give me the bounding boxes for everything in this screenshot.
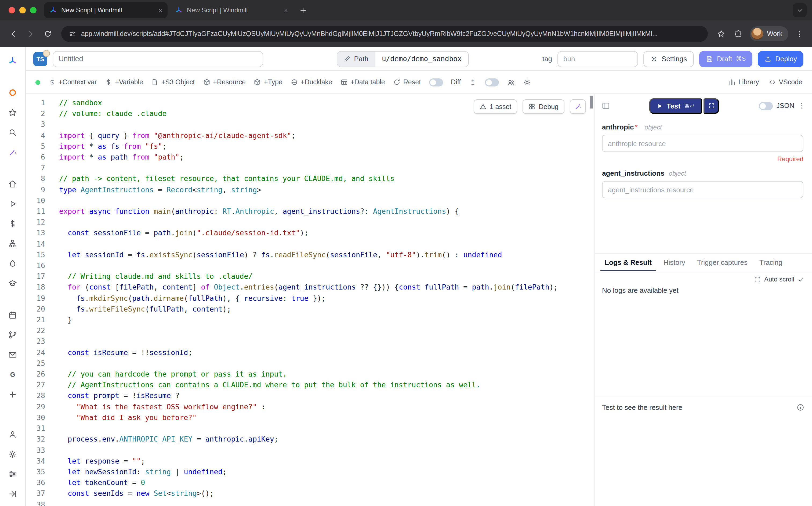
close-tab-icon[interactable] bbox=[283, 7, 289, 13]
code-editor[interactable]: 1// sandbox2// volume: claude .claude34i… bbox=[26, 94, 595, 506]
json-toggle[interactable] bbox=[758, 102, 773, 110]
close-tab-icon[interactable] bbox=[157, 7, 163, 13]
site-settings-icon[interactable] bbox=[69, 30, 76, 37]
sidebar-item-add[interactable] bbox=[3, 385, 22, 403]
sidebar-item-instance-settings[interactable] bbox=[3, 465, 22, 483]
code-line-24[interactable]: 24 const isResume = !!sessionId; bbox=[26, 347, 595, 358]
code-line-29[interactable]: 29 "What is the fastest OSS workflow eng… bbox=[26, 402, 595, 412]
reload-button[interactable] bbox=[40, 26, 56, 42]
sidebar-item-learn[interactable] bbox=[3, 274, 22, 292]
code-line-34[interactable]: 34 let response = ""; bbox=[26, 456, 595, 467]
code-line-38[interactable]: 38 bbox=[26, 499, 595, 506]
sidebar-item-resources[interactable] bbox=[3, 234, 22, 252]
panel-menu-icon[interactable] bbox=[798, 102, 806, 109]
close-window-button[interactable] bbox=[9, 7, 15, 13]
assets-button[interactable]: 1 asset bbox=[474, 99, 518, 114]
code-line-13[interactable]: 13 const sessionFile = path.join(".claud… bbox=[26, 228, 595, 239]
tab-search-button[interactable] bbox=[793, 3, 807, 17]
sidebar-item-flows[interactable] bbox=[3, 326, 22, 344]
vscode-button[interactable]: VScode bbox=[769, 78, 802, 86]
new-tab-button[interactable] bbox=[295, 3, 310, 18]
code-line-31[interactable]: 31 bbox=[26, 423, 595, 434]
tag-input[interactable] bbox=[557, 51, 638, 67]
sidebar-item-home[interactable] bbox=[3, 175, 22, 193]
back-button[interactable] bbox=[5, 26, 21, 42]
zoom-window-button[interactable] bbox=[30, 7, 36, 13]
macos-traffic-lights[interactable] bbox=[5, 7, 44, 13]
tab-logs-result[interactable]: Logs & Result bbox=[601, 254, 656, 271]
editor-settings-icon[interactable] bbox=[523, 78, 531, 86]
toolbar-item-variable[interactable]: +Variable bbox=[105, 78, 143, 86]
sidebar-item-favorites[interactable] bbox=[3, 103, 22, 121]
sidebar-item-settings[interactable] bbox=[3, 445, 22, 463]
info-icon[interactable] bbox=[796, 403, 805, 412]
code-line-37[interactable]: 37 const seenIds = new Set<string>(); bbox=[26, 489, 595, 499]
anthropic-input[interactable] bbox=[602, 135, 803, 152]
address-bar[interactable]: app.windmill.dev/scripts/add#JTdCJTIyaGF… bbox=[61, 26, 708, 42]
autoscroll-control[interactable]: Auto scroll bbox=[754, 275, 805, 283]
toolbar-item-s3-object[interactable]: +S3 Object bbox=[151, 78, 195, 86]
sidebar-item-mail[interactable] bbox=[3, 345, 22, 364]
sidebar-item-account[interactable] bbox=[3, 425, 22, 443]
code-line-15[interactable]: 15 let sessionId = fs.existsSync(session… bbox=[26, 250, 595, 260]
sidebar-item-windmill-logo[interactable] bbox=[3, 52, 22, 70]
forward-button[interactable] bbox=[22, 26, 39, 42]
browser-menu-button[interactable] bbox=[792, 26, 807, 41]
browser-profile-chip[interactable]: Work bbox=[750, 26, 788, 41]
code-line-28[interactable]: 28 const prompt = !isResume ? bbox=[26, 391, 595, 402]
sidebar-item-triggers[interactable] bbox=[3, 254, 22, 272]
browser-tab[interactable]: New Script | Windmill bbox=[170, 2, 293, 18]
extensions-button[interactable] bbox=[730, 26, 746, 42]
agent_instructions-input[interactable] bbox=[602, 181, 803, 198]
code-line-12[interactable]: 12 bbox=[26, 217, 595, 228]
test-button[interactable]: Test ⌘↵ bbox=[649, 98, 702, 113]
code-line-23[interactable]: 23 bbox=[26, 337, 595, 347]
code-line-30[interactable]: 30 "What did I ask you before?" bbox=[26, 413, 595, 423]
sidebar-item-google[interactable]: G bbox=[3, 365, 22, 384]
library-button[interactable]: Library bbox=[728, 78, 759, 86]
toolbar-item-data-table[interactable]: +Data table bbox=[340, 78, 385, 86]
code-line-35[interactable]: 35 let newSessionId: string | undefined; bbox=[26, 467, 595, 478]
browser-tab[interactable]: New Script | Windmill bbox=[44, 2, 168, 18]
code-line-18[interactable]: 18 for (const [filePath, content] of Obj… bbox=[26, 282, 595, 293]
deploy-button[interactable]: Deploy bbox=[757, 51, 803, 67]
code-line-8[interactable]: 8// path -> content, fileset resource, t… bbox=[26, 174, 595, 184]
toolbar-item-context-var[interactable]: +Context var bbox=[48, 78, 97, 86]
diff-toggle[interactable] bbox=[429, 78, 443, 86]
code-line-26[interactable]: 26 // you can hardcode the prompt or pas… bbox=[26, 369, 595, 380]
sidebar-item-ai-wand[interactable] bbox=[3, 143, 22, 161]
collapse-panel-icon[interactable] bbox=[602, 101, 610, 110]
bookmark-button[interactable] bbox=[713, 26, 729, 42]
debug-button[interactable]: Debug bbox=[523, 99, 564, 114]
settings-button[interactable]: Settings bbox=[643, 51, 694, 67]
summary-input[interactable] bbox=[53, 51, 263, 67]
tab-history[interactable]: History bbox=[659, 254, 690, 271]
code-line-14[interactable]: 14 bbox=[26, 239, 595, 250]
minimize-window-button[interactable] bbox=[19, 7, 26, 13]
code-line-33[interactable]: 33 bbox=[26, 445, 595, 456]
sidebar-item-schedules[interactable] bbox=[3, 306, 22, 324]
code-line-6[interactable]: 6import * as path from "path"; bbox=[26, 152, 595, 163]
code-line-4[interactable]: 4import { query } from "@anthropic-ai/cl… bbox=[26, 130, 595, 141]
path-edit-button[interactable]: Path bbox=[337, 51, 375, 66]
tab-tracing[interactable]: Tracing bbox=[755, 254, 787, 271]
code-line-22[interactable]: 22 bbox=[26, 326, 595, 337]
code-line-3[interactable]: 3 bbox=[26, 119, 595, 130]
editor-scrollbar-thumb[interactable] bbox=[590, 96, 593, 108]
toolbar-item-resource[interactable]: +Resource bbox=[203, 78, 246, 86]
code-line-16[interactable]: 16 bbox=[26, 260, 595, 271]
code-line-36[interactable]: 36 let tokenCount = 0 bbox=[26, 478, 595, 488]
code-line-5[interactable]: 5import * as fs from "fs"; bbox=[26, 141, 595, 152]
code-line-32[interactable]: 32 process.env.ANTHROPIC_API_KEY = anthr… bbox=[26, 434, 595, 445]
tab-trigger-captures[interactable]: Trigger captures bbox=[693, 254, 752, 271]
code-line-17[interactable]: 17 // Writing claude.md and skills to .c… bbox=[26, 271, 595, 282]
toolbar-item-ducklake[interactable]: +Ducklake bbox=[290, 78, 332, 86]
expand-test-button[interactable] bbox=[704, 98, 719, 113]
url-text[interactable]: app.windmill.dev/scripts/add#JTdCJTIyaGF… bbox=[81, 30, 658, 37]
ai-assistant-button[interactable] bbox=[570, 99, 586, 114]
code-line-9[interactable]: 9type AgentInstructions = Record<string,… bbox=[26, 184, 595, 195]
toolbar-item-type[interactable]: +Type bbox=[254, 78, 282, 86]
code-line-21[interactable]: 21 } bbox=[26, 315, 595, 326]
code-line-11[interactable]: 11export async function main(anthropic: … bbox=[26, 206, 595, 217]
sidebar-item-workspace[interactable] bbox=[3, 83, 22, 101]
